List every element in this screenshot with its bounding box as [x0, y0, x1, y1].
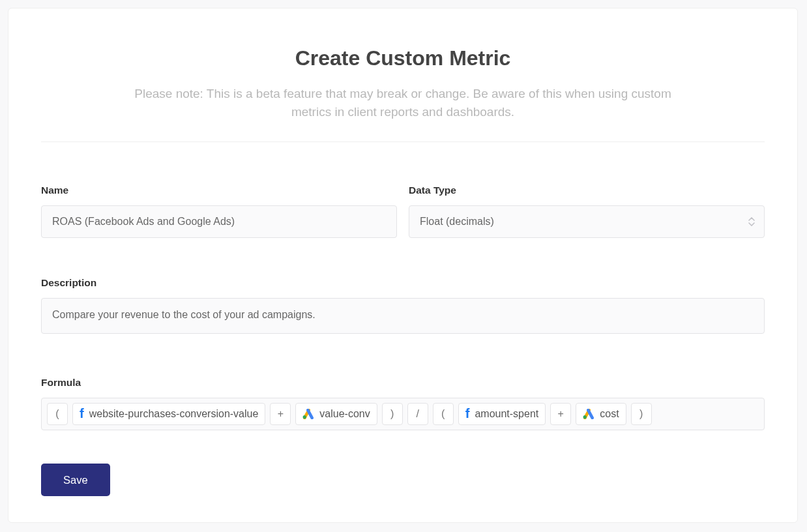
formula-operator-token[interactable]: / [407, 403, 428, 425]
data-type-select[interactable]: Float (decimals) [409, 205, 765, 238]
description-label: Description [41, 277, 765, 289]
formula-operator-token[interactable]: + [550, 403, 571, 425]
svg-point-2 [303, 415, 306, 419]
save-button[interactable]: Save [41, 464, 110, 496]
formula-operator-token[interactable]: ( [433, 403, 454, 425]
token-text: website-purchases-conversion-value [89, 408, 259, 420]
field-formula: Formula (fwebsite-purchases-conversion-v… [41, 377, 765, 437]
header-divider [41, 141, 765, 142]
create-metric-card: Create Custom Metric Please note: This i… [8, 8, 798, 523]
data-type-value: Float (decimals) [420, 216, 494, 228]
form-footer: Save [41, 437, 765, 496]
data-type-label: Data Type [409, 185, 765, 196]
page-subtitle: Please note: This is a beta feature that… [41, 85, 765, 121]
field-description: Description [41, 277, 765, 338]
facebook-icon: f [80, 407, 84, 420]
formula-operator-token[interactable]: + [270, 403, 291, 425]
formula-operator-token[interactable]: ) [382, 403, 403, 425]
formula-metric-token[interactable]: value-conv [295, 403, 377, 425]
description-input[interactable] [41, 298, 765, 334]
formula-metric-token[interactable]: famount-spent [458, 403, 546, 425]
google-ads-icon [302, 409, 314, 419]
field-data-type: Data Type Float (decimals) [409, 185, 765, 238]
field-name: Name [41, 185, 397, 238]
row-name-type: Name Data Type Float (decimals) [41, 185, 765, 238]
svg-point-5 [583, 415, 587, 419]
name-label: Name [41, 185, 397, 196]
formula-input[interactable]: (fwebsite-purchases-conversion-value+val… [41, 398, 765, 430]
formula-operator-token[interactable]: ( [47, 403, 68, 425]
page-title: Create Custom Metric [41, 46, 765, 70]
token-text: amount-spent [475, 408, 538, 420]
token-text: value-conv [319, 408, 370, 420]
formula-operator-token[interactable]: ) [631, 403, 652, 425]
formula-metric-token[interactable]: cost [576, 403, 626, 425]
facebook-icon: f [465, 407, 470, 420]
sort-arrows-icon [748, 217, 755, 226]
formula-label: Formula [41, 377, 765, 389]
token-text: cost [600, 408, 619, 420]
formula-metric-token[interactable]: fwebsite-purchases-conversion-value [72, 403, 265, 425]
name-input[interactable] [41, 205, 397, 238]
google-ads-icon [583, 409, 594, 419]
